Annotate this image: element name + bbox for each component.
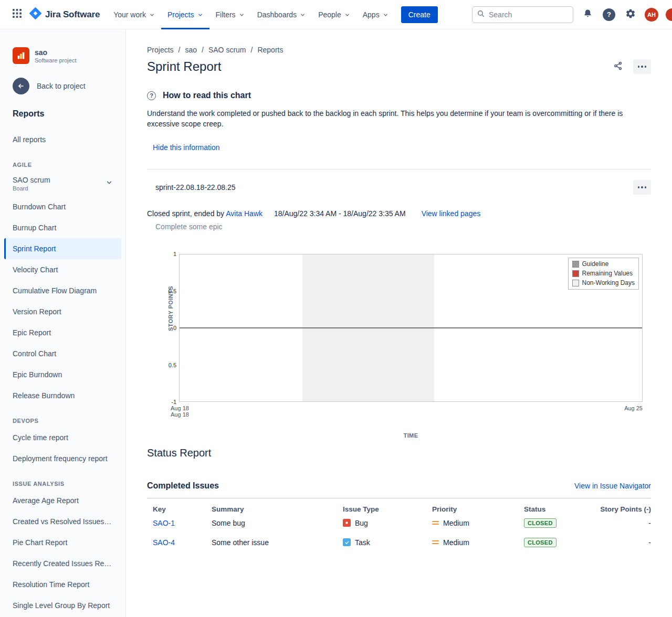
sidebar-item-resolution-time-report[interactable]: Resolution Time Report [4,574,121,595]
table-divider [147,498,651,498]
sidebar-item-velocity-chart[interactable]: Velocity Chart [4,259,121,280]
issue-key-link[interactable]: SAO-1 [153,519,175,527]
sprint-more-button[interactable] [633,180,651,195]
issue-type-label: Bug [355,519,368,527]
legend-swatch-guideline [572,261,579,268]
sidebar-item-release-burndown[interactable]: Release Burndown [4,385,121,406]
back-to-project-label: Back to project [37,82,86,90]
issue-table-header: Key Summary Issue Type Priority Status S… [147,505,651,513]
nav-your-work[interactable]: Your work [107,0,161,29]
apps-grid-icon [13,9,22,20]
sidebar-item-epic-report[interactable]: Epic Report [4,322,121,343]
guideline-series-line [180,327,642,328]
issue-type-label: Task [355,538,370,547]
primary-nav: Your work Projects Filters Dashboards Pe… [107,0,394,29]
priority-medium-icon [432,540,439,545]
priority-label: Medium [443,519,469,527]
sprint-name: sprint-22.08.18-22.08.25 [155,183,236,192]
chevron-down-icon [106,179,113,188]
sidebar-item-all-reports[interactable]: All reports [4,129,121,150]
hide-information-link[interactable]: Hide this information [153,143,220,152]
nav-people[interactable]: People [312,0,356,29]
chevron-down-icon [149,12,155,18]
sidebar-item-burnup-chart[interactable]: Burnup Chart [4,217,121,238]
status-report-title: Status Report [147,447,651,459]
section-heading-issue-analysis: ISSUE ANALYSIS [0,481,125,487]
sidebar-item-recently-created-issues-report[interactable]: Recently Created Issues Report [4,553,121,574]
jira-mark-icon [29,7,41,22]
breadcrumb-reports[interactable]: Reports [257,46,283,54]
breadcrumb-projects[interactable]: Projects [147,46,174,54]
sidebar-item-burndown-chart[interactable]: Burndown Chart [4,196,121,217]
priority-medium-icon [432,521,439,525]
view-in-issue-navigator-link[interactable]: View in Issue Navigator [574,482,651,490]
project-header[interactable]: sao Software project [0,47,125,64]
sidebar-item-average-age-report[interactable]: Average Age Report [4,490,121,511]
chevron-down-icon [383,12,388,18]
settings-button[interactable] [623,7,638,22]
col-issue-type: Issue Type [343,505,432,513]
table-row: SAO-4 Some other issue Task Medium CLOSE… [147,533,651,552]
sidebar-item-pie-chart-report[interactable]: Pie Chart Report [4,532,121,553]
global-search[interactable] [472,6,573,23]
create-button[interactable]: Create [401,6,438,23]
search-input[interactable] [489,10,568,19]
back-to-project[interactable]: Back to project [0,78,125,94]
share-icon [613,61,623,73]
sidebar-item-cumulative-flow-diagram[interactable]: Cumulative Flow Diagram [4,280,121,301]
chart-legend: Guideline Remaining Values Non-Working D… [568,258,639,290]
top-navbar: Jira Software Your work Projects Filters… [0,0,672,29]
issue-key-link[interactable]: SAO-4 [153,538,175,547]
story-points-value: - [597,519,651,527]
nav-projects[interactable]: Projects [161,0,209,29]
issue-summary: Some other issue [212,538,343,547]
notifications-button[interactable] [580,7,595,22]
task-icon [343,538,351,546]
col-priority: Priority [432,505,524,513]
legend-swatch-non-working-days [572,280,579,286]
sidebar-item-version-report[interactable]: Version Report [4,301,121,322]
view-linked-pages-link[interactable]: View linked pages [422,209,481,218]
completed-issues-section: Completed Issues View in Issue Navigator… [147,481,651,552]
bug-icon [343,519,351,527]
avatar-overflow [666,8,672,21]
legend-swatch-remaining-values [572,270,579,277]
issue-summary: Some bug [212,519,343,527]
user-avatar[interactable]: AH [645,8,658,22]
sprint-date-range: 18/Aug/22 3:34 AM - 18/Aug/22 3:35 AM [274,209,406,218]
nav-filters[interactable]: Filters [209,0,251,29]
sprint-ended-by-link[interactable]: Avita Hawk [226,209,262,218]
nav-apps[interactable]: Apps [356,0,395,29]
help-button[interactable]: ? [602,7,616,22]
breadcrumb-sao[interactable]: sao [185,46,197,54]
board-subtitle: Board [13,185,50,192]
navbar-right: ? AH [472,6,666,23]
jira-logo[interactable]: Jira Software [29,7,100,22]
sidebar-item-single-level-group-by-report[interactable]: Single Level Group By Report [4,595,121,616]
status-badge: CLOSED [524,538,556,547]
sidebar-item-deployment-frequency-report[interactable]: Deployment frequency report [4,448,121,469]
completed-issues-title: Completed Issues [147,481,219,491]
sidebar-item-cycle-time-report[interactable]: Cycle time report [4,427,121,448]
page-more-button[interactable] [633,59,651,74]
sidebar-item-created-vs-resolved-report[interactable]: Created vs Resolved Issues Re... [4,511,121,532]
sidebar: sao Software project Back to project Rep… [0,30,126,617]
sidebar-item-sprint-report[interactable]: Sprint Report [4,238,121,259]
nav-dashboards[interactable]: Dashboards [251,0,312,29]
col-story-points: Story Points (-) [597,505,651,513]
sidebar-item-epic-burndown[interactable]: Epic Burndown [4,364,121,385]
back-arrow-icon [13,78,29,94]
sidebar-item-control-chart[interactable]: Control Chart [4,343,121,364]
search-icon [477,10,485,19]
chevron-down-icon [197,12,203,18]
gear-icon [625,8,636,21]
breadcrumb-sao-scrum[interactable]: SAO scrum [208,46,246,54]
app-switcher-button[interactable] [8,6,25,23]
reports-heading: Reports [0,109,125,119]
col-key: Key [153,505,212,513]
help-icon: ? [603,8,615,21]
board-selector[interactable]: SAO scrum Board [4,171,121,196]
chart-plot-area: Guideline Remaining Values Non-Working D… [179,254,643,402]
share-button[interactable] [610,59,626,74]
main-content: Projects / sao / SAO scrum / Reports Spr… [126,30,672,617]
